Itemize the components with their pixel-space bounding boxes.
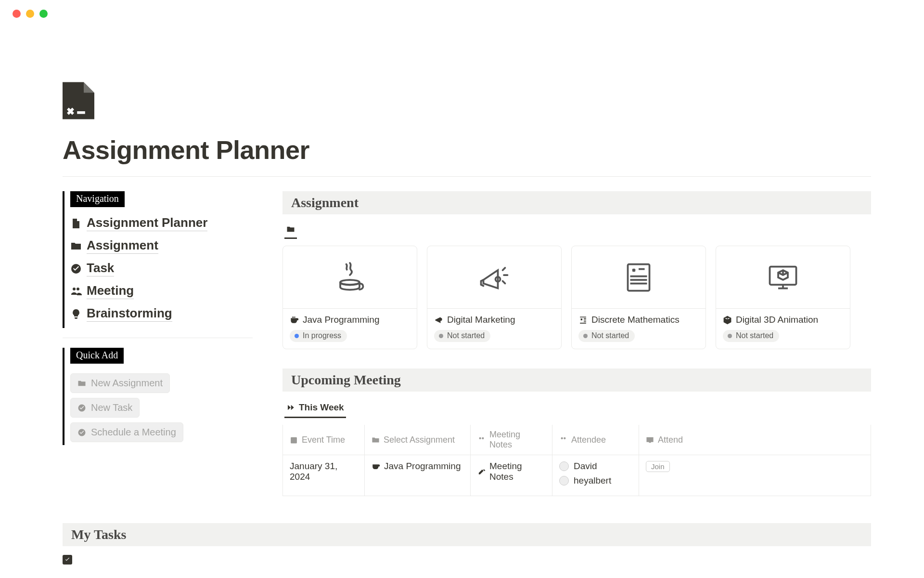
folder-icon	[372, 436, 380, 444]
tab-folder-view[interactable]	[284, 221, 297, 239]
check-circle-icon	[77, 404, 86, 412]
folder-icon	[77, 379, 86, 388]
td-notes[interactable]: Meeting Notes	[471, 455, 552, 496]
page-title: Assignment Planner	[63, 135, 871, 165]
card-title: Java Programming	[303, 315, 379, 325]
td-attend: Join	[639, 455, 871, 496]
button-label: New Task	[91, 402, 132, 413]
assignment-heading: Assignment	[282, 191, 871, 214]
status-badge: Not started	[578, 330, 635, 342]
status-badge: In progress	[290, 330, 347, 342]
new-assignment-button[interactable]: New Assignment	[70, 373, 170, 393]
card-title: Discrete Mathematics	[591, 315, 680, 325]
nav-task[interactable]: Task	[70, 257, 253, 280]
td-time: January 31, 2024	[283, 455, 365, 496]
check-circle-share-icon	[70, 263, 82, 275]
divider	[63, 338, 253, 338]
new-task-button[interactable]: New Task	[70, 398, 140, 418]
screen-icon	[646, 436, 654, 444]
coffee-icon	[372, 462, 380, 471]
navigation-heading: Navigation	[70, 191, 125, 207]
lightbulb-share-icon	[70, 308, 82, 320]
td-assignment[interactable]: Java Programming	[365, 455, 471, 496]
join-button[interactable]: Join	[646, 461, 670, 472]
window-maximize-icon[interactable]	[39, 10, 48, 18]
people-icon	[477, 436, 486, 444]
status-dot-icon	[583, 334, 588, 338]
assignment-cards: Java Programming In progress Digital Mar…	[282, 246, 871, 349]
math-icon	[578, 315, 588, 325]
nav-label: Assignment Planner	[87, 215, 207, 231]
divider	[63, 176, 871, 177]
nav-brainstorming[interactable]: Brainstorming	[70, 302, 253, 325]
quick-add-heading: Quick Add	[70, 348, 124, 364]
file-share-icon	[70, 218, 82, 229]
td-attendees: David heyalbert	[552, 455, 639, 496]
megaphone-icon	[427, 246, 561, 309]
cube-monitor-icon	[716, 246, 850, 309]
math-book-icon	[572, 246, 706, 309]
card-title: Digital Marketing	[447, 315, 515, 325]
assignment-card-java[interactable]: Java Programming In progress	[282, 246, 417, 349]
th-attend[interactable]: Attend	[639, 425, 871, 455]
attendee-row: David	[559, 461, 632, 472]
my-tasks-heading: My Tasks	[63, 523, 871, 546]
button-label: Schedule a Meeting	[91, 427, 176, 438]
button-label: New Assignment	[91, 378, 163, 389]
status-badge: Not started	[434, 330, 490, 342]
window-minimize-icon[interactable]	[26, 10, 34, 18]
check-circle-icon	[77, 428, 86, 437]
status-dot-icon	[728, 334, 732, 338]
quick-add-block: Quick Add New Assignment New Task Schedu…	[63, 348, 253, 445]
th-event-time[interactable]: Event Time	[283, 425, 365, 455]
assignment-card-3d[interactable]: Digital 3D Animation Not started	[716, 246, 850, 349]
avatar	[559, 461, 569, 471]
coffee-icon	[290, 315, 299, 325]
th-meeting-notes[interactable]: Meeting Notes	[471, 425, 552, 455]
assignment-card-marketing[interactable]: Digital Marketing Not started	[427, 246, 562, 349]
window-close-icon[interactable]	[13, 10, 21, 18]
navigation-block: Navigation Assignment Planner Assignment…	[63, 191, 253, 328]
th-select-assignment[interactable]: Select Assignment	[365, 425, 471, 455]
page-file-icon	[63, 82, 94, 119]
java-icon	[283, 246, 417, 309]
avatar	[559, 476, 569, 486]
status-dot-icon	[295, 334, 299, 338]
status-badge: Not started	[723, 330, 779, 342]
meeting-heading: Upcoming Meeting	[282, 368, 871, 392]
nav-assignment[interactable]: Assignment	[70, 235, 253, 257]
assignment-card-math[interactable]: Discrete Mathematics Not started	[571, 246, 706, 349]
meeting-table: Event Time Select Assignment Meeting Not…	[282, 425, 871, 496]
nav-label: Meeting	[87, 283, 134, 299]
tab-label: This Week	[299, 402, 344, 413]
edit-icon	[477, 467, 486, 476]
nav-label: Task	[87, 261, 114, 276]
calendar-icon	[290, 436, 298, 444]
nav-assignment-planner[interactable]: Assignment Planner	[70, 212, 253, 235]
assignment-tabs	[282, 221, 871, 239]
card-title: Digital 3D Animation	[736, 315, 818, 325]
cube-icon	[723, 315, 732, 325]
attendee-row: heyalbert	[559, 475, 632, 486]
nav-label: Brainstorming	[87, 306, 172, 322]
schedule-meeting-button[interactable]: Schedule a Meeting	[70, 422, 183, 442]
folder-icon	[286, 225, 295, 234]
meeting-tabs: This Week	[282, 398, 871, 418]
people-icon	[559, 436, 567, 444]
people-share-icon	[70, 286, 82, 297]
check-icon	[64, 556, 71, 563]
fast-forward-icon	[286, 403, 295, 412]
nav-label: Assignment	[87, 238, 158, 254]
svg-rect-0	[77, 111, 85, 114]
table-row[interactable]: January 31, 2024 Java Programming Meetin…	[283, 455, 871, 496]
th-attendee[interactable]: Attendee	[552, 425, 639, 455]
tasks-checkbox[interactable]	[63, 555, 72, 565]
megaphone-icon	[434, 315, 443, 325]
nav-meeting[interactable]: Meeting	[70, 280, 253, 302]
window-controls	[13, 10, 48, 18]
tab-this-week[interactable]: This Week	[284, 398, 346, 418]
table-header: Event Time Select Assignment Meeting Not…	[283, 425, 871, 455]
folder-share-icon	[70, 240, 82, 252]
status-dot-icon	[439, 334, 443, 338]
